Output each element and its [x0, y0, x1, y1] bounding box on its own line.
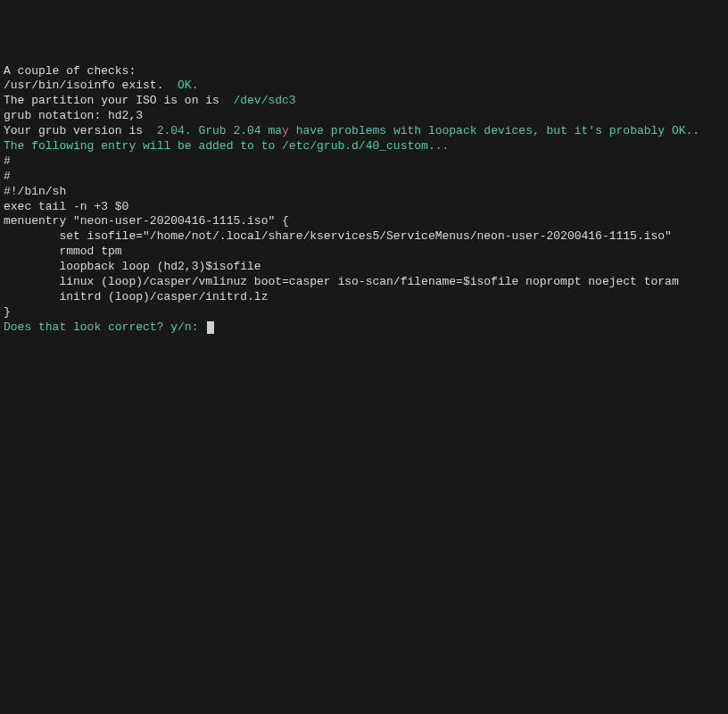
output-line: grub notation: hd2,3: [4, 109, 724, 124]
output-line: The following entry will be added to to …: [4, 139, 724, 154]
output-line: }: [4, 305, 724, 320]
output-line: Your grub version is 2.04. Grub 2.04 may…: [4, 124, 724, 139]
output-line: menuentry "neon-user-20200416-1115.iso" …: [4, 214, 724, 229]
prompt-line[interactable]: Does that look correct? y/n:: [4, 320, 724, 336]
output-line: #: [4, 170, 724, 185]
output-line: The partition your ISO is on is /dev/sdc…: [4, 94, 724, 109]
output-line: /usr/bin/isoinfo exist. OK.: [4, 79, 724, 94]
prompt-text: Does that look correct? y/n:: [4, 320, 205, 334]
output-line: linux (loop)/casper/vmlinuz boot=casper …: [4, 275, 724, 290]
output-line: loopback loop (hd2,3)$isofile: [4, 260, 724, 275]
output-line: #: [4, 154, 724, 170]
terminal-output[interactable]: A couple of checks:/usr/bin/isoinfo exis…: [4, 64, 724, 336]
output-line: set isofile="/home/not/.local/share/kser…: [4, 229, 724, 245]
cursor: [207, 321, 214, 334]
output-line: rmmod tpm: [4, 245, 724, 260]
output-line: initrd (loop)/casper/initrd.lz: [4, 290, 724, 305]
output-line: #!/bin/sh: [4, 185, 724, 200]
output-line: exec tail -n +3 $0: [4, 200, 724, 215]
output-line: A couple of checks:: [4, 64, 724, 79]
